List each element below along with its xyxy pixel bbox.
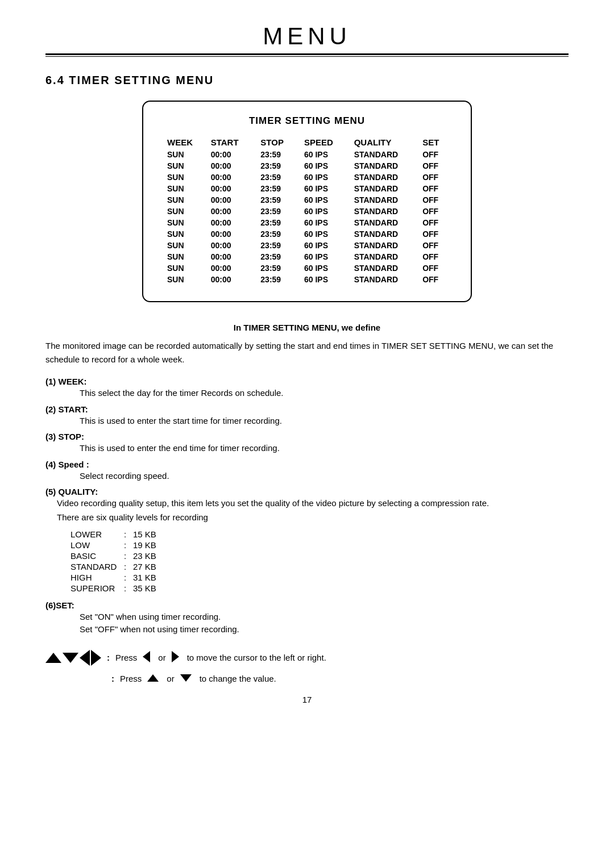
- field-week-desc: This select the day for the timer Record…: [80, 387, 569, 400]
- quality-colon: :: [119, 550, 131, 561]
- table-cell: 00:00: [208, 228, 258, 240]
- table-row: SUN00:0023:5960 IPSSTANDARDOFF: [164, 274, 450, 285]
- nav-row1-action: to move the cursor to the left or right.: [187, 653, 326, 662]
- quality-colon: :: [119, 540, 131, 550]
- quality-colon: :: [119, 572, 131, 583]
- arrow-group-all: [45, 650, 101, 666]
- table-cell: 00:00: [208, 194, 258, 206]
- table-cell: SUN: [164, 274, 208, 285]
- table-cell: 60 IPS: [301, 160, 351, 172]
- nav-row1-colon: :: [107, 653, 110, 662]
- table-cell: SUN: [164, 262, 208, 274]
- nav-row2-or: or: [167, 674, 174, 683]
- nav-row1-or: or: [158, 653, 165, 662]
- table-row: SUN00:0023:5960 IPSSTANDARDOFF: [164, 217, 450, 228]
- table-cell: OFF: [419, 183, 450, 194]
- table-cell: SUN: [164, 194, 208, 206]
- table-cell: STANDARD: [351, 183, 420, 194]
- nav-row2-colon: :: [111, 674, 114, 683]
- table-cell: SUN: [164, 172, 208, 183]
- table-cell: STANDARD: [351, 172, 420, 183]
- field-week-label: (1) WEEK:: [45, 377, 87, 386]
- quality-colon: :: [119, 529, 131, 540]
- field-quality-label: (5) QUALITY:: [45, 487, 98, 496]
- nav-small-right-icon: [172, 651, 179, 662]
- field-speed: (4) Speed : Select recording speed.: [45, 460, 569, 483]
- table-cell: STANDARD: [351, 149, 420, 160]
- table-row: SUN00:0023:5960 IPSSTANDARDOFF: [164, 160, 450, 172]
- table-cell: STANDARD: [351, 160, 420, 172]
- col-header-stop: STOP: [257, 136, 301, 149]
- table-cell: 23:59: [257, 172, 301, 183]
- table-cell: OFF: [419, 274, 450, 285]
- page-number: 17: [45, 695, 569, 704]
- table-cell: OFF: [419, 262, 450, 274]
- quality-level-value: 19 KB: [131, 540, 159, 550]
- table-cell: 23:59: [257, 194, 301, 206]
- table-cell: STANDARD: [351, 240, 420, 251]
- table-cell: SUN: [164, 149, 208, 160]
- field-start-desc: This is used to enter the start time for…: [80, 415, 569, 428]
- field-speed-desc: Select recording speed.: [80, 470, 569, 483]
- table-cell: 23:59: [257, 149, 301, 160]
- table-row: SUN00:0023:5960 IPSSTANDARDOFF: [164, 251, 450, 262]
- nav-small-up-icon: [147, 674, 159, 682]
- quality-level-name: LOW: [68, 540, 119, 550]
- table-cell: 60 IPS: [301, 194, 351, 206]
- nav-row2-press: Press: [120, 674, 142, 683]
- table-cell: SUN: [164, 240, 208, 251]
- quality-level-name: HIGH: [68, 572, 119, 583]
- table-cell: 23:59: [257, 160, 301, 172]
- table-cell: 60 IPS: [301, 240, 351, 251]
- table-cell: OFF: [419, 149, 450, 160]
- field-stop-label: (3) STOP:: [45, 432, 84, 441]
- field-set-label: (6)SET:: [45, 600, 74, 610]
- table-cell: 60 IPS: [301, 251, 351, 262]
- table-cell: SUN: [164, 228, 208, 240]
- quality-level-name: STANDARD: [68, 561, 119, 572]
- table-row: SUN00:0023:5960 IPSSTANDARDOFF: [164, 183, 450, 194]
- col-header-speed: SPEED: [301, 136, 351, 149]
- table-cell: 23:59: [257, 183, 301, 194]
- quality-level-value: 27 KB: [131, 561, 159, 572]
- table-cell: 00:00: [208, 217, 258, 228]
- nav-row-1: : Press or to move the cursor to the lef…: [45, 650, 569, 666]
- set-line-2: Set "OFF" when not using timer recording…: [80, 623, 569, 636]
- page-title: MENU: [45, 23, 569, 50]
- quality-row: STANDARD:27 KB: [68, 561, 159, 572]
- table-cell: 23:59: [257, 240, 301, 251]
- table-cell: 60 IPS: [301, 262, 351, 274]
- table-cell: 23:59: [257, 217, 301, 228]
- quality-level-value: 23 KB: [131, 550, 159, 561]
- section-heading: 6.4 TIMER SETTING MENU: [45, 74, 569, 87]
- quality-row: LOW:19 KB: [68, 540, 159, 550]
- field-speed-label: (4) Speed :: [45, 460, 89, 469]
- arrow-right-icon: [91, 650, 101, 666]
- table-row: SUN00:0023:5960 IPSSTANDARDOFF: [164, 206, 450, 217]
- table-cell: 60 IPS: [301, 274, 351, 285]
- table-cell: STANDARD: [351, 274, 420, 285]
- table-cell: STANDARD: [351, 217, 420, 228]
- table-cell: 00:00: [208, 149, 258, 160]
- table-cell: 00:00: [208, 160, 258, 172]
- table-cell: 23:59: [257, 206, 301, 217]
- table-cell: 60 IPS: [301, 217, 351, 228]
- table-cell: 23:59: [257, 228, 301, 240]
- quality-level-value: 35 KB: [131, 583, 159, 594]
- table-cell: OFF: [419, 194, 450, 206]
- table-cell: 23:59: [257, 251, 301, 262]
- quality-level-value: 31 KB: [131, 572, 159, 583]
- table-row: SUN00:0023:5960 IPSSTANDARDOFF: [164, 262, 450, 274]
- table-cell: STANDARD: [351, 194, 420, 206]
- table-row: SUN00:0023:5960 IPSSTANDARDOFF: [164, 194, 450, 206]
- table-cell: 00:00: [208, 274, 258, 285]
- table-cell: SUN: [164, 206, 208, 217]
- table-cell: SUN: [164, 183, 208, 194]
- field-start: (2) START: This is used to enter the sta…: [45, 404, 569, 428]
- field-stop: (3) STOP: This is used to enter the end …: [45, 432, 569, 455]
- table-cell: 60 IPS: [301, 206, 351, 217]
- table-cell: 00:00: [208, 183, 258, 194]
- table-cell: OFF: [419, 251, 450, 262]
- table-cell: OFF: [419, 240, 450, 251]
- table-cell: 00:00: [208, 251, 258, 262]
